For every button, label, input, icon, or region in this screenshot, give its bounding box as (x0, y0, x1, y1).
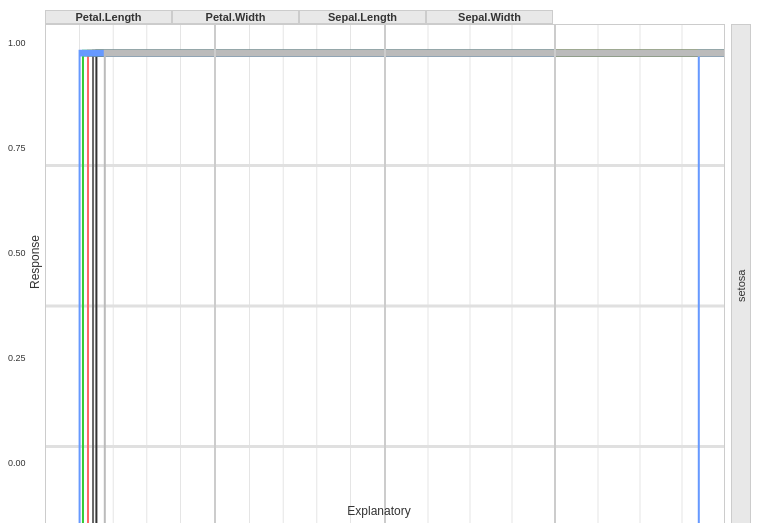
x-axis-label: Explanatory (347, 504, 410, 518)
grid-row-setosa (45, 24, 725, 523)
cell-setosa-sepalwidth (555, 24, 725, 523)
y-axis-label: Response (28, 234, 42, 288)
rows-area: setosa versicolor virginica Groups 1 (45, 24, 753, 523)
cell-setosa-sepallength (385, 24, 555, 523)
col-header-0: Petal.Length (45, 10, 172, 24)
y-tick-0.00: 0.00 (8, 458, 26, 468)
y-tick-0.75: 0.75 (8, 143, 26, 153)
row-label-setosa-text: setosa (731, 24, 751, 523)
col-headers: Petal.Length Petal.Width Sepal.Length Se… (45, 10, 653, 24)
col-header-2: Sepal.Length (299, 10, 426, 24)
y-tick-0.50: 0.50 (8, 248, 26, 258)
cell-setosa-petalwidth (215, 24, 385, 523)
col-header-1: Petal.Width (172, 10, 299, 24)
y-tick-0.25: 0.25 (8, 353, 26, 363)
row-labels: setosa versicolor virginica Groups 1 (728, 24, 753, 523)
grid-rows (45, 24, 725, 523)
row-label-setosa: setosa (728, 24, 753, 523)
y-tick-labels: 1.00 0.75 0.50 0.25 0.00 (8, 38, 26, 468)
col-header-3: Sepal.Width (426, 10, 553, 24)
cell-setosa-petallength (45, 24, 215, 523)
plot-area: Petal.Length Petal.Width Sepal.Length Se… (45, 10, 753, 483)
chart-container: Response Petal.Length Petal.Width Sepal.… (0, 0, 758, 523)
y-tick-1.00: 1.00 (8, 38, 26, 48)
